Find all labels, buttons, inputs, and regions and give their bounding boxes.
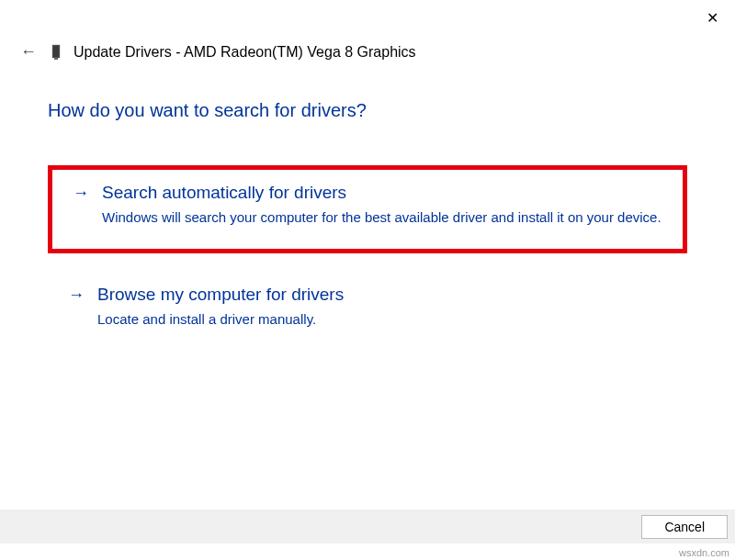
back-arrow-icon[interactable]: ← <box>18 40 39 63</box>
option-title: Browse my computer for drivers <box>97 285 344 305</box>
close-icon[interactable]: ✕ <box>701 7 724 28</box>
option-description: Locate and install a driver manually. <box>68 310 667 329</box>
option-title: Search automatically for drivers <box>102 183 346 203</box>
svg-rect-0 <box>52 45 60 58</box>
option-header: → Browse my computer for drivers <box>68 285 667 305</box>
device-icon <box>50 44 62 61</box>
window-title: Update Drivers - AMD Radeon(TM) Vega 8 G… <box>74 44 416 61</box>
option-search-automatically[interactable]: → Search automatically for drivers Windo… <box>48 165 687 253</box>
dialog-header: ← Update Drivers - AMD Radeon(TM) Vega 8… <box>0 0 735 73</box>
dialog-footer: Cancel <box>0 510 735 543</box>
cancel-button[interactable]: Cancel <box>641 515 728 539</box>
arrow-right-icon: → <box>73 184 89 203</box>
arrow-right-icon: → <box>68 286 85 305</box>
question-heading: How do you want to search for drivers? <box>48 100 687 121</box>
option-description: Windows will search your computer for th… <box>73 208 662 227</box>
svg-rect-1 <box>54 58 58 60</box>
watermark: wsxdn.com <box>679 547 729 558</box>
option-header: → Search automatically for drivers <box>73 183 662 203</box>
dialog-content: How do you want to search for drivers? →… <box>0 73 735 348</box>
option-browse-computer[interactable]: → Browse my computer for drivers Locate … <box>48 285 687 347</box>
